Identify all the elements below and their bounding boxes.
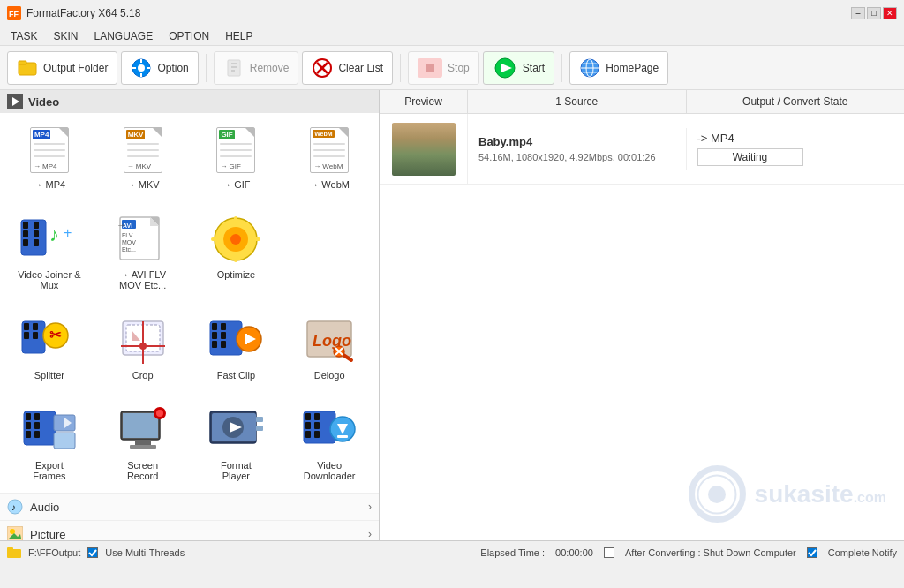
svg-point-96	[156, 410, 163, 417]
avi-flv-label: → AVI FLVMOV Etc...	[119, 269, 166, 290]
video-section-header[interactable]: Video	[0, 90, 379, 113]
optimize-icon	[206, 213, 266, 266]
svg-rect-89	[54, 433, 75, 449]
separator-3	[561, 54, 562, 82]
svg-rect-29	[23, 230, 28, 237]
multi-threads-checkbox[interactable]	[87, 547, 98, 558]
mp4-icon: MP4 → MP4	[22, 124, 77, 176]
clear-list-label: Clear List	[338, 62, 383, 74]
close-button[interactable]: ✕	[883, 7, 897, 19]
svg-rect-8	[132, 67, 136, 69]
tool-video-joiner[interactable]: ♪ + Video Joiner & Mux	[4, 205, 95, 298]
tool-crop[interactable]: Crop	[97, 305, 189, 388]
svg-rect-74	[245, 334, 247, 344]
webm-label: → WebM	[309, 179, 350, 190]
tool-delogo[interactable]: Logo Delogo	[283, 305, 375, 388]
output-folder-button[interactable]: Output Folder	[7, 51, 117, 85]
notify-checkbox[interactable]	[807, 547, 817, 558]
svg-rect-94	[130, 445, 156, 449]
audio-section[interactable]: ♪ Audio ›	[0, 493, 379, 520]
option-icon	[131, 57, 152, 79]
svg-rect-93	[135, 440, 151, 445]
svg-rect-82	[26, 413, 31, 420]
svg-rect-54	[24, 332, 29, 339]
tool-format-player[interactable]: FormatPlayer	[191, 396, 282, 489]
svg-rect-68	[212, 341, 217, 348]
video-section-icon	[7, 94, 23, 109]
folder-path: F:\FFOutput	[28, 547, 80, 558]
format-mp4[interactable]: MP4 → MP4 → MP4	[4, 117, 95, 198]
menu-option[interactable]: OPTION	[162, 28, 216, 44]
title-bar: FF FormatFactory X64 5.18 – □ ✕	[0, 0, 904, 26]
window-controls: – □ ✕	[851, 7, 897, 19]
option-label: Option	[157, 62, 188, 74]
screen-record-icon	[113, 403, 173, 456]
tool-optimize[interactable]: Optimize	[191, 205, 282, 298]
output-folder-label: Output Folder	[43, 62, 108, 74]
tools-row-1: ♪ + Video Joiner & Mux AVI FLV	[0, 201, 379, 302]
option-button[interactable]: Option	[121, 51, 198, 85]
status-folder-icon	[7, 547, 21, 559]
fast-clip-icon	[206, 313, 266, 366]
row-source-cell: Baby.mp4 54.16M, 1080x1920, 4.92Mbps, 00…	[468, 128, 687, 170]
col-source: 1 Source	[468, 90, 687, 113]
svg-rect-49	[234, 255, 237, 262]
window-title: FormatFactory X64 5.18	[26, 7, 140, 19]
stop-button[interactable]: Stop	[408, 51, 479, 85]
menu-bar: TASK SKIN LANGUAGE OPTION HELP	[0, 26, 904, 46]
delogo-icon: Logo	[299, 313, 359, 366]
svg-rect-67	[212, 332, 217, 339]
picture-label: Picture	[30, 528, 65, 541]
status-bar-right: Elapsed Time : 00:00:00 After Converting…	[480, 547, 897, 558]
video-downloader-label: VideoDownloader	[304, 460, 356, 481]
table-header: Preview 1 Source Output / Convert State	[380, 90, 904, 114]
svg-text:MOV: MOV	[122, 239, 136, 245]
picture-section[interactable]: Picture ›	[0, 520, 379, 540]
svg-rect-71	[221, 341, 226, 348]
format-webm[interactable]: WebM → WebM → WebM	[283, 117, 375, 198]
minimize-button[interactable]: –	[851, 7, 865, 19]
homepage-button[interactable]: HomePage	[569, 51, 668, 85]
format-mkv[interactable]: MKV → MKV → MKV	[97, 117, 189, 198]
svg-rect-102	[256, 426, 263, 431]
optimize-label: Optimize	[217, 269, 255, 280]
svg-point-47	[230, 234, 241, 245]
menu-language[interactable]: LANGUAGE	[87, 28, 160, 44]
menu-skin[interactable]: SKIN	[46, 28, 85, 44]
svg-rect-84	[26, 431, 31, 438]
clear-list-button[interactable]: Clear List	[302, 51, 393, 85]
stop-label: Stop	[448, 62, 470, 74]
start-button[interactable]: Start	[483, 51, 554, 85]
svg-point-5	[138, 64, 145, 72]
fast-clip-label: Fast Clip	[217, 370, 255, 381]
tool-fast-clip[interactable]: Fast Clip	[191, 305, 282, 388]
remove-icon	[223, 57, 245, 79]
svg-rect-92	[123, 413, 158, 438]
export-frames-icon	[19, 403, 79, 456]
format-gif[interactable]: GIF → GIF → GIF	[191, 117, 282, 198]
svg-point-116	[10, 529, 15, 534]
crop-icon	[113, 313, 173, 366]
maximize-button[interactable]: □	[867, 7, 881, 19]
folder-icon	[17, 57, 38, 79]
tool-avi-flv[interactable]: AVI FLV MOV Etc... → → AVI FLVMOV Etc...	[97, 205, 189, 298]
tool-splitter[interactable]: ✂ Splitter	[4, 305, 95, 388]
remove-button[interactable]: Remove	[214, 51, 299, 85]
format-grid: MP4 → MP4 → MP4	[0, 113, 379, 201]
tool-video-downloader[interactable]: VideoDownloader	[283, 396, 375, 489]
tool-export-frames[interactable]: ExportFrames	[4, 396, 95, 489]
svg-rect-85	[34, 413, 40, 420]
status-badge: Waiting	[697, 148, 803, 166]
shutdown-checkbox[interactable]	[604, 547, 614, 558]
svg-rect-70	[221, 332, 226, 339]
menu-help[interactable]: HELP	[218, 28, 260, 44]
svg-rect-33	[34, 239, 39, 246]
tool-screen-record[interactable]: ScreenRecord	[97, 396, 189, 489]
menu-task[interactable]: TASK	[4, 28, 44, 44]
table-row[interactable]: Baby.mp4 54.16M, 1080x1920, 4.92Mbps, 00…	[380, 114, 904, 185]
svg-rect-10	[228, 60, 240, 76]
left-panel: Video MP4 → M	[0, 90, 380, 540]
stop-icon	[418, 58, 442, 78]
svg-text:+: +	[64, 225, 72, 240]
svg-text:Etc...: Etc...	[122, 246, 136, 253]
